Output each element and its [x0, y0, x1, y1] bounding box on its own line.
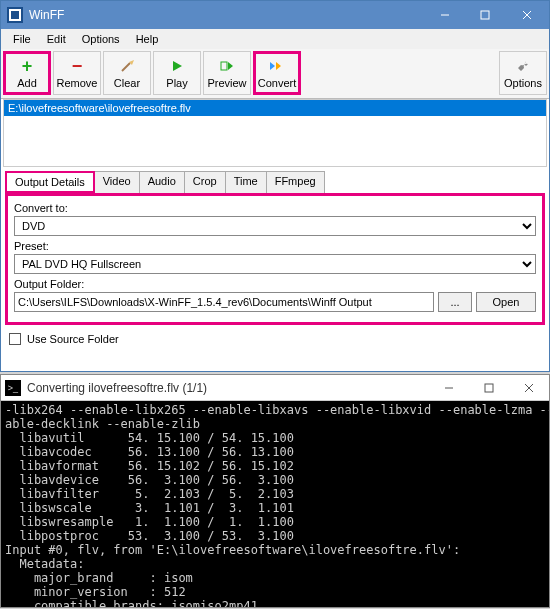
minimize-button[interactable] — [425, 1, 465, 29]
remove-label: Remove — [57, 77, 98, 89]
menu-file[interactable]: File — [5, 31, 39, 47]
options-label: Options — [504, 77, 542, 89]
browse-button[interactable]: ... — [438, 292, 472, 312]
svg-marker-9 — [228, 62, 233, 70]
menu-help[interactable]: Help — [128, 31, 167, 47]
tab-row: Output Details Video Audio Crop Time FFm… — [1, 171, 549, 193]
preset-select[interactable]: PAL DVD HQ Fullscreen — [14, 254, 536, 274]
console-window: >_ Converting ilovefreesoftre.flv (1/1) … — [0, 374, 550, 608]
console-maximize-button[interactable] — [469, 375, 509, 401]
menu-edit[interactable]: Edit — [39, 31, 74, 47]
svg-marker-11 — [276, 62, 281, 70]
convert-to-label: Convert to: — [14, 202, 536, 214]
remove-button[interactable]: − Remove — [53, 51, 101, 95]
tab-video[interactable]: Video — [94, 171, 140, 193]
winff-titlebar[interactable]: WinFF — [1, 1, 549, 29]
console-titlebar[interactable]: >_ Converting ilovefreesoftre.flv (1/1) — [1, 375, 549, 401]
window-title: WinFF — [29, 8, 425, 22]
maximize-button[interactable] — [465, 1, 505, 29]
tab-ffmpeg[interactable]: FFmpeg — [266, 171, 325, 193]
output-folder-label: Output Folder: — [14, 278, 536, 290]
svg-rect-8 — [221, 62, 227, 70]
play-button[interactable]: Play — [153, 51, 201, 95]
use-source-folder-checkbox[interactable] — [9, 333, 21, 345]
convert-button[interactable]: Convert — [253, 51, 301, 95]
console-output[interactable]: -libx264 --enable-libx265 --enable-libxa… — [1, 401, 549, 607]
terminal-icon: >_ — [5, 380, 21, 396]
plus-icon: + — [18, 57, 36, 75]
svg-marker-7 — [173, 61, 182, 71]
add-button[interactable]: + Add — [3, 51, 51, 95]
svg-marker-10 — [270, 62, 275, 70]
svg-rect-1 — [11, 11, 19, 19]
broom-icon — [118, 57, 136, 75]
tab-crop[interactable]: Crop — [184, 171, 226, 193]
app-icon — [7, 7, 23, 23]
output-folder-input[interactable] — [14, 292, 434, 312]
svg-rect-3 — [481, 11, 489, 19]
minus-icon: − — [68, 57, 86, 75]
console-minimize-button[interactable] — [429, 375, 469, 401]
svg-rect-13 — [485, 384, 493, 392]
play-label: Play — [166, 77, 187, 89]
file-list-item[interactable]: E:\ilovefreesoftware\ilovefreesoftre.flv — [4, 100, 546, 116]
clear-label: Clear — [114, 77, 140, 89]
toolbar: + Add − Remove Clear Play Preview Conver… — [1, 49, 549, 99]
svg-line-6 — [122, 63, 130, 71]
add-label: Add — [17, 77, 37, 89]
menubar: File Edit Options Help — [1, 29, 549, 49]
wrench-icon — [514, 57, 532, 75]
preview-icon — [218, 57, 236, 75]
close-button[interactable] — [505, 1, 549, 29]
winff-window: WinFF File Edit Options Help + Add − Rem… — [0, 0, 550, 372]
preview-button[interactable]: Preview — [203, 51, 251, 95]
tab-audio[interactable]: Audio — [139, 171, 185, 193]
menu-options[interactable]: Options — [74, 31, 128, 47]
convert-label: Convert — [258, 77, 297, 89]
use-source-folder-row: Use Source Folder — [1, 325, 549, 353]
convert-icon — [268, 57, 286, 75]
use-source-folder-label: Use Source Folder — [27, 333, 119, 345]
options-button[interactable]: Options — [499, 51, 547, 95]
tab-time[interactable]: Time — [225, 171, 267, 193]
clear-button[interactable]: Clear — [103, 51, 151, 95]
open-folder-button[interactable]: Open — [476, 292, 536, 312]
tab-output-details[interactable]: Output Details — [5, 171, 95, 193]
preset-label: Preset: — [14, 240, 536, 252]
preview-label: Preview — [207, 77, 246, 89]
console-title: Converting ilovefreesoftre.flv (1/1) — [27, 381, 429, 395]
convert-to-select[interactable]: DVD — [14, 216, 536, 236]
output-details-panel: Convert to: DVD Preset: PAL DVD HQ Fulls… — [5, 193, 545, 325]
file-list[interactable]: E:\ilovefreesoftware\ilovefreesoftre.flv — [3, 99, 547, 167]
console-close-button[interactable] — [509, 375, 549, 401]
play-icon — [168, 57, 186, 75]
